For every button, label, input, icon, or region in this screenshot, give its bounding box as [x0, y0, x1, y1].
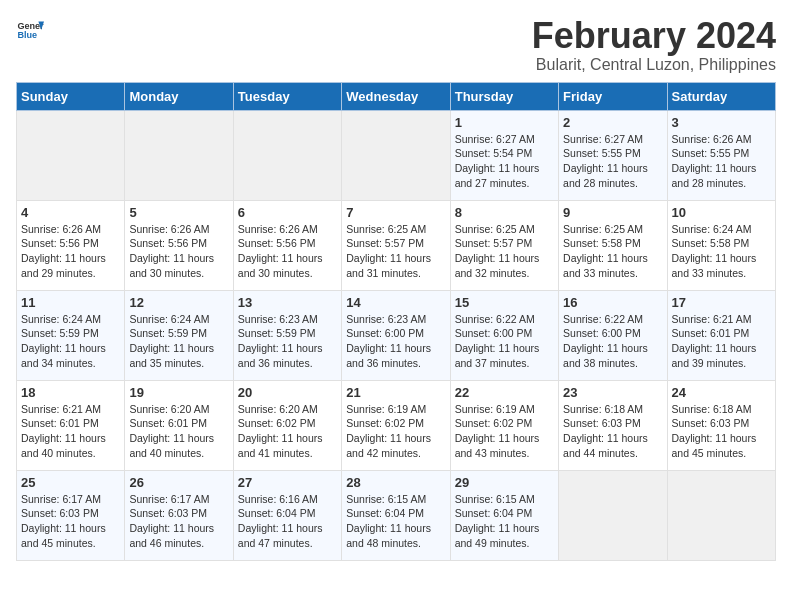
calendar-header-row: SundayMondayTuesdayWednesdayThursdayFrid…	[17, 82, 776, 110]
day-info: Sunrise: 6:15 AM Sunset: 6:04 PM Dayligh…	[455, 492, 554, 551]
day-number: 6	[238, 205, 337, 220]
day-info: Sunrise: 6:26 AM Sunset: 5:56 PM Dayligh…	[21, 222, 120, 281]
calendar-cell: 6Sunrise: 6:26 AM Sunset: 5:56 PM Daylig…	[233, 200, 341, 290]
day-number: 26	[129, 475, 228, 490]
day-number: 22	[455, 385, 554, 400]
day-info: Sunrise: 6:22 AM Sunset: 6:00 PM Dayligh…	[563, 312, 662, 371]
day-info: Sunrise: 6:26 AM Sunset: 5:55 PM Dayligh…	[672, 132, 771, 191]
calendar-cell: 16Sunrise: 6:22 AM Sunset: 6:00 PM Dayli…	[559, 290, 667, 380]
col-header-tuesday: Tuesday	[233, 82, 341, 110]
col-header-sunday: Sunday	[17, 82, 125, 110]
day-info: Sunrise: 6:16 AM Sunset: 6:04 PM Dayligh…	[238, 492, 337, 551]
day-number: 2	[563, 115, 662, 130]
day-info: Sunrise: 6:27 AM Sunset: 5:55 PM Dayligh…	[563, 132, 662, 191]
calendar-cell: 8Sunrise: 6:25 AM Sunset: 5:57 PM Daylig…	[450, 200, 558, 290]
day-info: Sunrise: 6:26 AM Sunset: 5:56 PM Dayligh…	[238, 222, 337, 281]
calendar-cell: 9Sunrise: 6:25 AM Sunset: 5:58 PM Daylig…	[559, 200, 667, 290]
page-subtitle: Bularit, Central Luzon, Philippines	[532, 56, 776, 74]
day-number: 28	[346, 475, 445, 490]
day-info: Sunrise: 6:17 AM Sunset: 6:03 PM Dayligh…	[21, 492, 120, 551]
calendar-cell: 27Sunrise: 6:16 AM Sunset: 6:04 PM Dayli…	[233, 470, 341, 560]
day-info: Sunrise: 6:23 AM Sunset: 6:00 PM Dayligh…	[346, 312, 445, 371]
calendar-cell: 19Sunrise: 6:20 AM Sunset: 6:01 PM Dayli…	[125, 380, 233, 470]
calendar-cell: 25Sunrise: 6:17 AM Sunset: 6:03 PM Dayli…	[17, 470, 125, 560]
calendar-cell: 23Sunrise: 6:18 AM Sunset: 6:03 PM Dayli…	[559, 380, 667, 470]
day-info: Sunrise: 6:24 AM Sunset: 5:59 PM Dayligh…	[129, 312, 228, 371]
week-row-2: 4Sunrise: 6:26 AM Sunset: 5:56 PM Daylig…	[17, 200, 776, 290]
day-number: 12	[129, 295, 228, 310]
day-number: 15	[455, 295, 554, 310]
week-row-1: 1Sunrise: 6:27 AM Sunset: 5:54 PM Daylig…	[17, 110, 776, 200]
calendar-cell: 5Sunrise: 6:26 AM Sunset: 5:56 PM Daylig…	[125, 200, 233, 290]
title-area: February 2024 Bularit, Central Luzon, Ph…	[532, 16, 776, 74]
day-info: Sunrise: 6:25 AM Sunset: 5:57 PM Dayligh…	[455, 222, 554, 281]
calendar-cell: 26Sunrise: 6:17 AM Sunset: 6:03 PM Dayli…	[125, 470, 233, 560]
calendar-cell: 11Sunrise: 6:24 AM Sunset: 5:59 PM Dayli…	[17, 290, 125, 380]
col-header-friday: Friday	[559, 82, 667, 110]
day-number: 20	[238, 385, 337, 400]
col-header-wednesday: Wednesday	[342, 82, 450, 110]
day-info: Sunrise: 6:20 AM Sunset: 6:02 PM Dayligh…	[238, 402, 337, 461]
day-number: 16	[563, 295, 662, 310]
calendar-cell: 24Sunrise: 6:18 AM Sunset: 6:03 PM Dayli…	[667, 380, 775, 470]
calendar-cell: 28Sunrise: 6:15 AM Sunset: 6:04 PM Dayli…	[342, 470, 450, 560]
calendar-cell: 13Sunrise: 6:23 AM Sunset: 5:59 PM Dayli…	[233, 290, 341, 380]
day-info: Sunrise: 6:21 AM Sunset: 6:01 PM Dayligh…	[21, 402, 120, 461]
calendar-cell	[559, 470, 667, 560]
day-number: 7	[346, 205, 445, 220]
day-info: Sunrise: 6:18 AM Sunset: 6:03 PM Dayligh…	[563, 402, 662, 461]
calendar-cell: 2Sunrise: 6:27 AM Sunset: 5:55 PM Daylig…	[559, 110, 667, 200]
calendar-cell	[125, 110, 233, 200]
calendar-cell: 10Sunrise: 6:24 AM Sunset: 5:58 PM Dayli…	[667, 200, 775, 290]
calendar-cell: 4Sunrise: 6:26 AM Sunset: 5:56 PM Daylig…	[17, 200, 125, 290]
day-number: 18	[21, 385, 120, 400]
calendar-cell: 20Sunrise: 6:20 AM Sunset: 6:02 PM Dayli…	[233, 380, 341, 470]
week-row-3: 11Sunrise: 6:24 AM Sunset: 5:59 PM Dayli…	[17, 290, 776, 380]
logo: General Blue	[16, 16, 44, 44]
day-info: Sunrise: 6:25 AM Sunset: 5:57 PM Dayligh…	[346, 222, 445, 281]
calendar-cell: 1Sunrise: 6:27 AM Sunset: 5:54 PM Daylig…	[450, 110, 558, 200]
day-number: 3	[672, 115, 771, 130]
col-header-saturday: Saturday	[667, 82, 775, 110]
col-header-thursday: Thursday	[450, 82, 558, 110]
page-title: February 2024	[532, 16, 776, 56]
day-info: Sunrise: 6:21 AM Sunset: 6:01 PM Dayligh…	[672, 312, 771, 371]
calendar-cell: 29Sunrise: 6:15 AM Sunset: 6:04 PM Dayli…	[450, 470, 558, 560]
day-number: 5	[129, 205, 228, 220]
day-info: Sunrise: 6:19 AM Sunset: 6:02 PM Dayligh…	[455, 402, 554, 461]
day-number: 1	[455, 115, 554, 130]
day-info: Sunrise: 6:18 AM Sunset: 6:03 PM Dayligh…	[672, 402, 771, 461]
calendar-cell	[342, 110, 450, 200]
week-row-5: 25Sunrise: 6:17 AM Sunset: 6:03 PM Dayli…	[17, 470, 776, 560]
day-info: Sunrise: 6:24 AM Sunset: 5:59 PM Dayligh…	[21, 312, 120, 371]
calendar-cell: 18Sunrise: 6:21 AM Sunset: 6:01 PM Dayli…	[17, 380, 125, 470]
day-info: Sunrise: 6:27 AM Sunset: 5:54 PM Dayligh…	[455, 132, 554, 191]
day-number: 21	[346, 385, 445, 400]
calendar-cell	[233, 110, 341, 200]
day-info: Sunrise: 6:23 AM Sunset: 5:59 PM Dayligh…	[238, 312, 337, 371]
calendar-cell: 22Sunrise: 6:19 AM Sunset: 6:02 PM Dayli…	[450, 380, 558, 470]
day-number: 29	[455, 475, 554, 490]
day-info: Sunrise: 6:25 AM Sunset: 5:58 PM Dayligh…	[563, 222, 662, 281]
day-info: Sunrise: 6:17 AM Sunset: 6:03 PM Dayligh…	[129, 492, 228, 551]
day-number: 8	[455, 205, 554, 220]
calendar-cell: 17Sunrise: 6:21 AM Sunset: 6:01 PM Dayli…	[667, 290, 775, 380]
col-header-monday: Monday	[125, 82, 233, 110]
calendar-cell: 12Sunrise: 6:24 AM Sunset: 5:59 PM Dayli…	[125, 290, 233, 380]
calendar-table: SundayMondayTuesdayWednesdayThursdayFrid…	[16, 82, 776, 561]
day-info: Sunrise: 6:24 AM Sunset: 5:58 PM Dayligh…	[672, 222, 771, 281]
day-number: 25	[21, 475, 120, 490]
calendar-cell: 15Sunrise: 6:22 AM Sunset: 6:00 PM Dayli…	[450, 290, 558, 380]
calendar-cell: 14Sunrise: 6:23 AM Sunset: 6:00 PM Dayli…	[342, 290, 450, 380]
day-info: Sunrise: 6:22 AM Sunset: 6:00 PM Dayligh…	[455, 312, 554, 371]
day-number: 27	[238, 475, 337, 490]
day-number: 14	[346, 295, 445, 310]
logo-icon: General Blue	[16, 16, 44, 44]
calendar-cell: 3Sunrise: 6:26 AM Sunset: 5:55 PM Daylig…	[667, 110, 775, 200]
day-number: 4	[21, 205, 120, 220]
day-info: Sunrise: 6:19 AM Sunset: 6:02 PM Dayligh…	[346, 402, 445, 461]
svg-text:Blue: Blue	[17, 30, 37, 40]
week-row-4: 18Sunrise: 6:21 AM Sunset: 6:01 PM Dayli…	[17, 380, 776, 470]
calendar-cell	[17, 110, 125, 200]
day-info: Sunrise: 6:26 AM Sunset: 5:56 PM Dayligh…	[129, 222, 228, 281]
